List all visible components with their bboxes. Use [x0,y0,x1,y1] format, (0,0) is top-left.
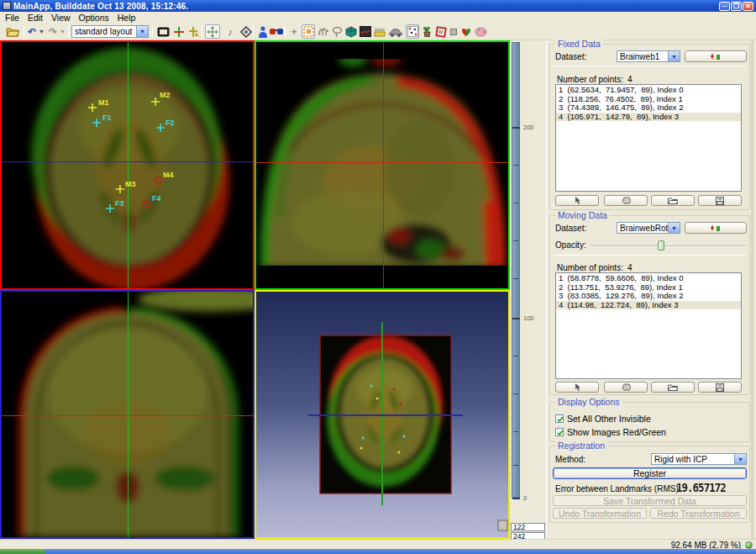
tick-label-100: 100 [523,314,534,322]
moving-points-label: Number of points: [557,263,623,272]
list-item-selected[interactable]: 4 (114.98, 122.724, 89), Index 3 [556,301,741,310]
svg-text:M3: M3 [125,180,136,188]
app-icon [3,2,11,10]
moving-erase-button[interactable] [604,382,648,393]
method-select[interactable]: Rigid with ICP ▼ [651,453,747,465]
taskbar-strip [0,549,756,554]
combo-arrow-icon[interactable]: ▼ [136,26,148,37]
clipping-plane-icon[interactable] [434,24,448,39]
claw-tool-icon[interactable] [316,24,329,39]
status-bar: 92.64 MB (2.79 %) [0,539,756,549]
viewport-sagittal[interactable] [255,40,510,290]
add-icon[interactable]: + [287,24,301,39]
redo-icon[interactable]: ↷ [47,24,59,39]
undo-dropdown-icon[interactable]: ▼ [38,24,45,39]
control-panel: Fixed Data Dataset: Brainweb1 ▼ Number o… [546,40,753,539]
viewport-coronal[interactable] [0,290,255,539]
moving-points-list[interactable]: 1 (58.8778, 59.6606, 89), Index 0 2 (113… [555,272,742,379]
method-label: Method: [555,455,585,464]
fixed-pick-button[interactable] [555,195,599,206]
plant-pot-icon[interactable] [420,24,433,39]
fixed-data-group: Fixed Data Dataset: Brainweb1 ▼ Number o… [549,44,750,210]
combo-arrow-icon[interactable]: ▼ [668,223,680,233]
fixed-points-list[interactable]: 1 (62.5634, 71.9457, 89), Index 0 2 (118… [555,84,742,192]
transform-tool-icon[interactable] [239,24,254,39]
fixed-save-button[interactable] [698,195,742,206]
moving-pick-button[interactable] [555,382,599,393]
error-value-lcd: 19.657172 [676,481,726,495]
level-window-icon[interactable] [373,24,386,39]
pig-icon[interactable] [474,24,488,39]
display-area-icon[interactable] [155,24,171,39]
list-item[interactable]: 1 (58.8778, 59.6606, 89), Index 0 [556,274,741,283]
registration-group: Registration Method: Rigid with ICP ▼ Re… [549,446,750,523]
fixed-dataset-select[interactable]: Brainweb1 ▼ [617,50,680,62]
slice-slider[interactable] [512,42,520,498]
fixed-points-count: 4 [627,75,633,84]
undo-transformation-button[interactable]: Undo Transformation [553,508,647,519]
menu-help[interactable]: Help [114,13,141,23]
moving-save-button[interactable] [698,382,742,393]
register-button[interactable]: Register [553,467,747,479]
redo-transformation-button[interactable]: Redo Transformation [650,508,747,519]
list-item[interactable]: 3 (83.0385, 129.276, 89), Index 2 [556,292,741,301]
dice-icon[interactable] [406,24,419,39]
moving-setpoints-button[interactable] [685,222,747,234]
display-options-group: Display Options Set All Other Invisible … [549,402,750,442]
moving-load-button[interactable] [651,382,695,393]
set-invisible-checkbox[interactable]: Set All Other Invisible [555,414,651,424]
viewport-3d[interactable] [255,290,510,539]
stereo-glasses-icon[interactable] [269,24,284,39]
heart-icon[interactable] [459,24,473,39]
combo-arrow-icon[interactable]: ▼ [668,51,680,61]
landmark-overlay: M1 F1 M2 F2 M3 M4 F3 F4 [2,42,253,288]
cube-icon[interactable] [344,24,358,39]
fixed-setpoints-button[interactable] [685,50,747,62]
moving-dataset-select[interactable]: BrainwebRot ▼ [617,222,680,234]
redo-dropdown-icon[interactable]: ▼ [59,24,66,39]
move-tool-icon[interactable] [205,24,220,39]
fixed-erase-button[interactable] [604,195,648,206]
combo-arrow-icon[interactable]: ▼ [734,454,746,464]
opacity-label: Opacity: [555,240,586,250]
minimize-button[interactable]: ─ [719,2,730,11]
error-label: Error between Landmarks (RMS): [555,484,681,493]
svg-text:F3: F3 [115,199,124,208]
save-transformed-button[interactable]: Save Transformed Data [553,495,747,506]
pointset-tool-icon[interactable]: ♪ [223,24,238,39]
redgreen-checkbox[interactable]: Show Images Red/Green [555,427,666,437]
viewport-axial[interactable]: M1 F1 M2 F2 M3 M4 F3 F4 [0,40,255,290]
menu-file[interactable]: File [2,13,24,23]
start-button-sliver[interactable] [0,549,45,554]
list-item-selected[interactable]: 4 (105.971, 142.79, 89), Index 3 [556,113,741,122]
3d-scene [256,292,508,537]
bounding-box-icon[interactable] [302,24,315,39]
layout-select[interactable]: standard layout ▼ [71,25,149,38]
opacity-slider-handle[interactable] [658,240,664,251]
checkbox-checked-icon[interactable] [555,414,564,423]
list-item[interactable]: 1 (62.5634, 71.9457, 89), Index 0 [556,86,741,95]
slice-number-field-1[interactable]: 122 [511,523,545,531]
registration-title: Registration [555,441,607,451]
view-toggle-icon[interactable] [498,520,507,530]
menu-view[interactable]: View [48,13,76,23]
measurement-icon[interactable] [387,24,404,39]
list-item[interactable]: 3 (74.4389, 146.475, 89), Index 2 [556,103,741,113]
transfer-function-icon[interactable] [359,24,372,39]
small-box-icon[interactable] [449,24,459,39]
window-title: MainApp, Builddate Oct 13 2008, 15:12:46… [13,2,718,11]
close-button[interactable]: ✕ [743,2,753,11]
crosshair-icon[interactable] [171,24,186,39]
fixed-load-button[interactable] [651,195,695,206]
opacity-slider[interactable] [591,245,746,247]
fixed-dataset-label: Dataset: [555,52,586,61]
crosshair-tool-icon[interactable] [186,24,202,39]
undo-icon[interactable]: ↶ [26,24,38,39]
menu-edit[interactable]: Edit [24,13,48,23]
crosshair-vertical [128,292,129,537]
lasso-tool-icon[interactable] [330,24,344,39]
menu-options[interactable]: Options [76,13,114,23]
checkbox-checked-icon[interactable] [555,428,564,436]
open-file-icon[interactable] [5,24,20,39]
maximize-button[interactable]: ❐ [731,2,742,11]
